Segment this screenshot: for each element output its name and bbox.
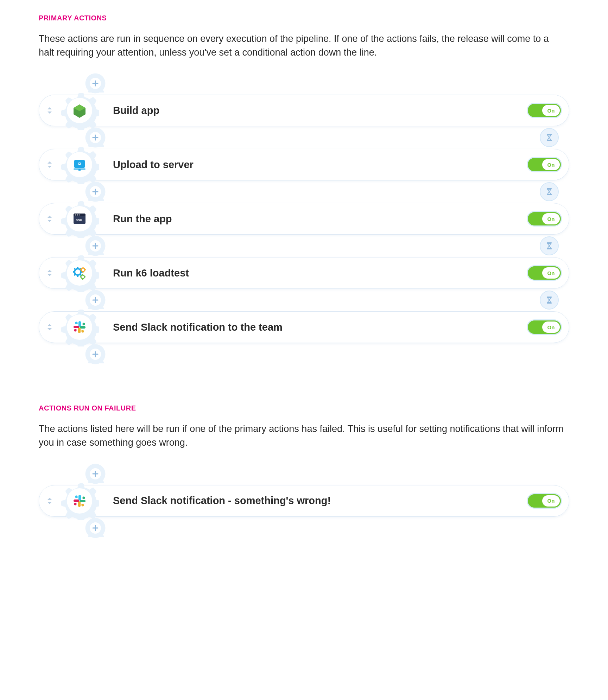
toggle-state-label: On [547, 108, 555, 114]
action-icon-wrap [60, 254, 99, 292]
wait-button[interactable] [540, 291, 559, 310]
toggle-state-label: On [547, 270, 555, 276]
action-label: Send Slack notification - something's wr… [113, 495, 527, 507]
action-toggle[interactable]: On [527, 157, 562, 172]
action-card[interactable]: Send Slack notification to the team On [39, 311, 569, 343]
drag-icon [45, 160, 54, 169]
action-icon-wrap [60, 91, 99, 130]
toggle-state-label: On [547, 324, 555, 330]
plus-icon [86, 183, 104, 201]
node-icon [71, 102, 88, 119]
add-action-button[interactable] [86, 128, 104, 147]
drag-handle[interactable] [39, 496, 60, 505]
hourglass-icon [545, 296, 553, 304]
action-label: Send Slack notification to the team [113, 322, 527, 333]
toggle-state-label: On [547, 162, 555, 168]
toggle-state-label: On [547, 216, 555, 222]
ssh-icon [71, 211, 88, 227]
plus-icon [86, 345, 104, 363]
action-label: Run k6 loadtest [113, 267, 527, 279]
plus-icon [86, 465, 104, 483]
wait-button[interactable] [540, 128, 559, 147]
action-icon-wrap [60, 199, 99, 238]
hourglass-icon [545, 242, 553, 250]
server-icon [71, 157, 88, 173]
drag-icon [45, 323, 54, 332]
drag-icon [45, 496, 54, 505]
primary-pipeline: Build app On Upload to server On Run the… [39, 72, 569, 365]
primary-section-desc: These actions are run in sequence on eve… [39, 32, 566, 59]
add-action-button[interactable] [86, 74, 104, 93]
action-toggle[interactable]: On [527, 493, 562, 509]
action-icon-wrap [60, 308, 99, 346]
action-card[interactable]: Build app On [39, 95, 569, 126]
action-card[interactable]: Run k6 loadtest On [39, 257, 569, 289]
drag-handle[interactable] [39, 268, 60, 278]
action-toggle[interactable]: On [527, 103, 562, 118]
add-action-button[interactable] [86, 519, 104, 537]
drag-icon [45, 214, 54, 223]
action-icon-wrap [60, 482, 99, 520]
plus-icon [86, 291, 104, 309]
failure-pipeline: Send Slack notification - something's wr… [39, 463, 569, 539]
plus-icon [86, 519, 104, 537]
hourglass-icon [545, 187, 553, 196]
action-label: Build app [113, 105, 527, 116]
toggle-state-label: On [547, 498, 555, 504]
drag-icon [45, 268, 54, 278]
plus-icon [86, 74, 104, 93]
slack-icon [71, 319, 88, 335]
gears-icon [71, 265, 88, 281]
drag-handle[interactable] [39, 214, 60, 223]
add-action-button[interactable] [86, 345, 104, 363]
action-toggle[interactable]: On [527, 265, 562, 281]
failure-section-desc: The actions listed here will be run if o… [39, 422, 566, 450]
add-action-button[interactable] [86, 237, 104, 255]
add-action-button[interactable] [86, 183, 104, 201]
add-action-button[interactable] [86, 465, 104, 483]
plus-icon [86, 237, 104, 255]
action-toggle[interactable]: On [527, 319, 562, 335]
failure-section-title: ACTIONS RUN ON FAILURE [39, 404, 569, 412]
action-card[interactable]: Upload to server On [39, 149, 569, 180]
action-card[interactable]: Run the app On [39, 203, 569, 235]
drag-handle[interactable] [39, 106, 60, 115]
slack-icon [71, 493, 88, 509]
hourglass-icon [545, 133, 553, 142]
action-card[interactable]: Send Slack notification - something's wr… [39, 485, 569, 517]
add-action-button[interactable] [86, 291, 104, 309]
action-label: Run the app [113, 213, 527, 225]
action-icon-wrap [60, 145, 99, 184]
plus-icon [86, 128, 104, 147]
action-label: Upload to server [113, 159, 527, 171]
wait-button[interactable] [540, 182, 559, 201]
drag-icon [45, 106, 54, 115]
drag-handle[interactable] [39, 323, 60, 332]
action-toggle[interactable]: On [527, 211, 562, 227]
wait-button[interactable] [540, 236, 559, 255]
drag-handle[interactable] [39, 160, 60, 169]
primary-section-title: PRIMARY ACTIONS [39, 14, 569, 22]
